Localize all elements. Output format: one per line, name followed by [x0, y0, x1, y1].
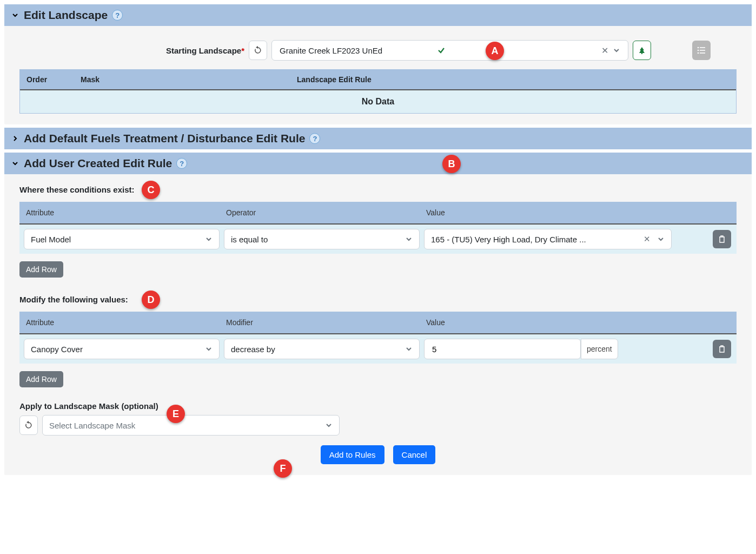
panel-title: Edit Landscape — [24, 9, 108, 22]
col-mask: Mask — [74, 70, 290, 89]
conditions-label: Where these conditions exist: — [19, 185, 135, 194]
condition-row: Fuel Model is equal to 165 - (TU5) Very … — [19, 225, 737, 254]
col-operator: Operator — [220, 202, 420, 223]
trash-icon — [718, 235, 726, 243]
col-value: Value — [420, 312, 737, 333]
modification-attribute-select[interactable]: Canopy Cover — [24, 339, 220, 359]
list-icon — [697, 47, 706, 54]
svg-rect-6 — [700, 52, 705, 54]
svg-rect-4 — [700, 50, 705, 51]
tree-button[interactable] — [633, 41, 651, 60]
panel-header-edit-landscape[interactable]: Edit Landscape ? — [4, 4, 752, 26]
help-icon[interactable]: ? — [112, 10, 123, 21]
panel-header-default-rule[interactable]: Add Default Fuels Treatment / Disturbanc… — [4, 128, 752, 149]
clear-icon[interactable]: ✕ — [644, 234, 651, 244]
conditions-header: Attribute Operator Value — [19, 202, 737, 225]
panel-title: Add User Created Edit Rule — [24, 157, 172, 170]
chevron-down-icon — [405, 345, 413, 353]
chevron-down-icon[interactable] — [611, 47, 622, 54]
modification-unit: percent — [581, 339, 618, 359]
svg-rect-0 — [641, 53, 642, 54]
trash-icon — [718, 345, 726, 353]
svg-point-1 — [698, 47, 699, 49]
modifications-header: Attribute Modifier Value — [19, 312, 737, 334]
refresh-button[interactable] — [249, 41, 267, 60]
col-modifier: Modifier — [220, 312, 420, 333]
panel-body-edit-landscape: Starting Landscape* Granite Creek LF2023… — [4, 26, 752, 124]
panel-user-rule: Add User Created Edit Rule ? B Where the… — [4, 153, 752, 475]
refresh-icon — [24, 421, 33, 430]
condition-attribute-select[interactable]: Fuel Model — [24, 229, 220, 249]
col-attribute: Attribute — [19, 312, 220, 333]
panel-default-rule: Add Default Fuels Treatment / Disturbanc… — [4, 128, 752, 149]
refresh-mask-button[interactable] — [19, 416, 38, 435]
col-attribute: Attribute — [19, 202, 220, 223]
col-order: Order — [20, 70, 74, 89]
callout-d: D — [142, 291, 160, 309]
rules-table: Order Mask Landscape Edit Rule No Data — [19, 69, 737, 114]
panel-header-user-rule[interactable]: Add User Created Edit Rule ? B — [4, 153, 752, 174]
callout-c: C — [142, 181, 160, 199]
landscape-mask-select[interactable]: Select Landscape Mask — [42, 415, 340, 436]
condition-operator-select[interactable]: is equal to — [224, 229, 420, 249]
chevron-down-icon — [12, 12, 18, 18]
check-icon — [437, 47, 445, 54]
chevron-down-icon — [405, 235, 413, 243]
chevron-down-icon — [205, 235, 213, 243]
starting-landscape-label: Starting Landscape* — [166, 46, 244, 55]
refresh-icon — [254, 46, 262, 55]
panel-title: Add Default Fuels Treatment / Disturbanc… — [24, 132, 305, 145]
callout-b: B — [442, 155, 461, 173]
cancel-button[interactable]: Cancel — [393, 445, 436, 464]
chevron-right-icon — [12, 135, 18, 142]
modifications-label: Modify the following values: — [19, 295, 128, 304]
col-actions — [682, 70, 736, 89]
callout-f: F — [274, 459, 292, 478]
chevron-down-icon — [205, 345, 213, 353]
modification-value-field[interactable] — [431, 344, 574, 354]
col-rule: Landscape Edit Rule — [290, 70, 682, 89]
chevron-down-icon — [12, 160, 18, 167]
callout-a: A — [486, 42, 504, 60]
add-modification-row-button[interactable]: Add Row — [19, 371, 63, 387]
modification-modifier-select[interactable]: decrease by — [224, 339, 420, 359]
modification-row: Canopy Cover decrease by percent — [19, 334, 737, 364]
panel-edit-landscape: Edit Landscape ? Starting Landscape* Gra… — [4, 4, 752, 124]
help-icon[interactable]: ? — [176, 158, 187, 169]
panel-body-user-rule: Where these conditions exist: C Attribut… — [4, 174, 752, 475]
tree-icon — [638, 46, 646, 55]
mask-placeholder: Select Landscape Mask — [49, 421, 325, 430]
condition-value-select[interactable]: 165 - (TU5) Very High Load, Dry Climate … — [424, 229, 672, 249]
add-to-rules-button[interactable]: Add to Rules — [321, 445, 384, 464]
svg-point-5 — [698, 52, 699, 54]
rules-table-empty: No Data — [20, 89, 736, 113]
modification-value-input[interactable] — [424, 339, 581, 359]
chevron-down-icon — [657, 235, 665, 243]
starting-landscape-select[interactable]: Granite Creek LF2023 UnEd A ✕ — [271, 40, 628, 61]
mask-label: Apply to Landscape Mask (optional) — [19, 401, 158, 411]
rules-table-header: Order Mask Landscape Edit Rule — [20, 70, 736, 89]
add-condition-row-button[interactable]: Add Row — [19, 261, 63, 278]
delete-condition-button[interactable] — [713, 230, 731, 248]
col-value: Value — [420, 202, 737, 223]
svg-rect-2 — [700, 47, 705, 48]
list-button[interactable] — [692, 41, 711, 60]
starting-landscape-value: Granite Creek LF2023 UnEd — [280, 46, 434, 55]
delete-modification-button[interactable] — [713, 340, 731, 358]
svg-point-3 — [698, 50, 699, 51]
chevron-down-icon — [325, 421, 333, 429]
clear-icon[interactable]: ✕ — [599, 45, 611, 56]
help-icon[interactable]: ? — [309, 133, 320, 144]
